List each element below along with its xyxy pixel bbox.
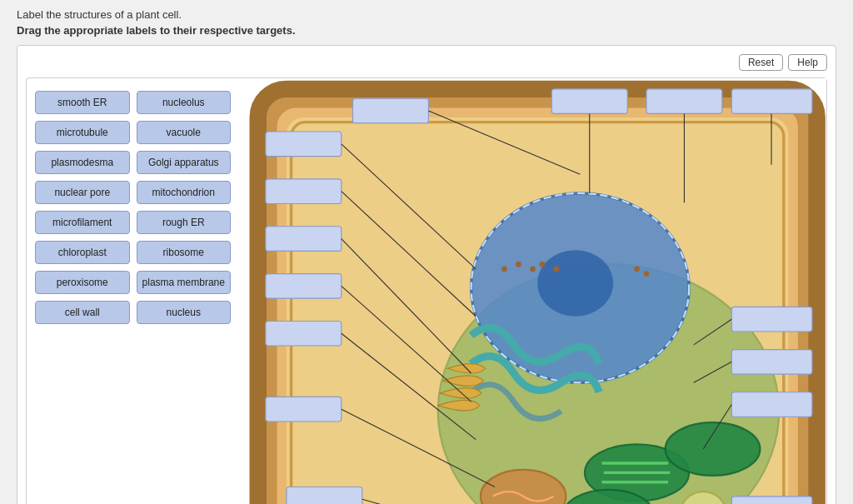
svg-point-6 [537, 250, 613, 317]
svg-point-19 [634, 267, 640, 272]
svg-rect-39 [266, 321, 342, 346]
top-bar: Reset Help [26, 54, 827, 71]
svg-rect-53 [731, 350, 812, 375]
label-chip-chloroplast[interactable]: chloroplast [35, 241, 130, 264]
label-chip-mitochondrion[interactable]: mitochondrion [137, 181, 232, 204]
diagram-area [239, 78, 826, 504]
svg-rect-23 [266, 132, 342, 157]
label-chip-peroxisome[interactable]: peroxisome [35, 271, 130, 294]
label-chip-microtubule[interactable]: microtubule [35, 121, 130, 144]
svg-rect-27 [551, 89, 627, 114]
svg-rect-25 [352, 98, 428, 123]
svg-point-20 [644, 271, 650, 277]
svg-rect-33 [266, 179, 342, 204]
svg-rect-31 [731, 89, 812, 114]
label-chip-golgi[interactable]: Golgi apparatus [137, 151, 232, 174]
help-button[interactable]: Help [788, 54, 827, 71]
svg-point-17 [539, 262, 545, 267]
label-chip-microfilament[interactable]: microfilament [35, 211, 130, 234]
svg-point-15 [516, 262, 521, 267]
svg-rect-57 [731, 497, 812, 504]
svg-rect-51 [731, 307, 812, 332]
label-chip-ribosome[interactable]: ribosome [137, 241, 232, 264]
main-container: Reset Help smooth ERnucleolusmicrotubule… [17, 45, 836, 504]
inner-container: smooth ERnucleolusmicrotubulevacuoleplas… [26, 77, 827, 504]
svg-rect-37 [266, 274, 342, 299]
svg-rect-29 [646, 89, 722, 114]
svg-rect-41 [266, 397, 342, 422]
instruction-line1: Label the structures of a plant cell. [17, 8, 836, 21]
svg-point-16 [530, 267, 536, 272]
svg-rect-35 [266, 227, 342, 252]
svg-point-8 [666, 422, 761, 476]
label-chip-rough-er[interactable]: rough ER [137, 211, 232, 234]
label-chip-nucleus[interactable]: nucleus [137, 301, 232, 324]
instruction-line2: Drag the appropriate labels to their res… [17, 24, 836, 37]
reset-button[interactable]: Reset [739, 54, 783, 71]
label-chip-plasma-membrane[interactable]: plasma membrane [137, 271, 232, 294]
svg-rect-43 [287, 487, 362, 504]
label-chip-vacuole[interactable]: vacuole [137, 121, 232, 144]
label-chip-nucleolus[interactable]: nucleolus [137, 91, 232, 114]
label-chip-smooth-er[interactable]: smooth ER [35, 91, 130, 114]
svg-point-18 [554, 267, 560, 272]
label-chip-cell-wall[interactable]: cell wall [35, 301, 130, 324]
svg-point-14 [501, 267, 507, 272]
label-chip-nuclear-pore[interactable]: nuclear pore [35, 181, 130, 204]
label-chip-plasmodesma[interactable]: plasmodesma [35, 151, 130, 174]
svg-rect-55 [731, 392, 812, 417]
labels-panel: smooth ERnucleolusmicrotubulevacuoleplas… [27, 78, 239, 504]
